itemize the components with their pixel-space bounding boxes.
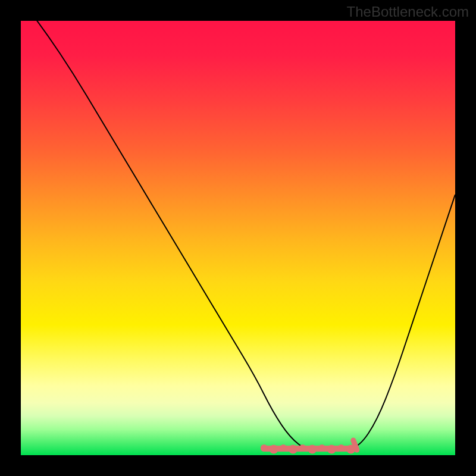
flat-region-blob — [289, 445, 298, 454]
bottleneck-curve-line — [21, 21, 455, 451]
flat-region-blob — [327, 445, 336, 454]
flat-region-blob — [270, 445, 278, 454]
flat-region-blob — [261, 444, 268, 452]
flat-region-blob — [318, 444, 325, 452]
flat-region-blob — [280, 444, 287, 452]
flat-region-blob — [299, 444, 306, 452]
flat-region-blob — [338, 444, 345, 452]
flat-region-blob — [308, 445, 317, 454]
watermark-text: TheBottleneck.com — [347, 4, 469, 20]
chart-plot-area — [21, 21, 455, 455]
chart-overlay — [21, 21, 455, 455]
flat-region-end-tick — [353, 440, 357, 450]
flat-region-marker — [261, 440, 357, 454]
